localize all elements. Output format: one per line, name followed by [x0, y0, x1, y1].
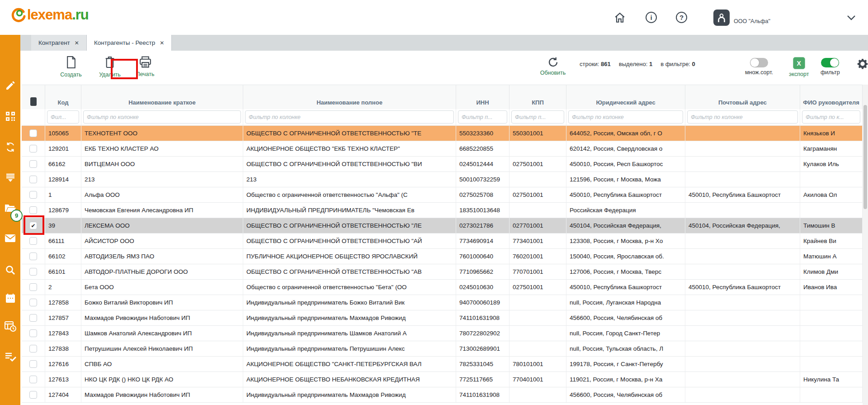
cell-inn: 741101631908: [456, 387, 509, 402]
filter-input-short_name[interactable]: [83, 110, 241, 124]
row-checkbox[interactable]: [29, 329, 37, 337]
cell-postal_address: [685, 126, 800, 141]
table-row[interactable]: 66101АВТОДОР-ПЛАТНЫЕ ДОРОГИ ООООБЩЕСТВО …: [22, 264, 863, 280]
table-row[interactable]: 127843Шамков Анатолий Александрович ИПИн…: [22, 326, 863, 341]
cell-short_name: АВТОДИЗЕЛЬ ЯМЗ ПАО: [81, 249, 243, 264]
sidebar-item-qr-code[interactable]: [0, 111, 20, 124]
create-button[interactable]: Создать: [56, 56, 86, 78]
row-checkbox[interactable]: [29, 145, 37, 152]
cell-legal_address: 119021, Россия, г Москва, р-н Ха: [566, 372, 685, 387]
sidebar-item-calendar[interactable]: [0, 293, 20, 305]
column-header-head_name[interactable]: ФИО руководителя: [800, 85, 863, 109]
sidebar-item-sync[interactable]: [0, 142, 20, 154]
column-header-inn[interactable]: ИНН: [456, 85, 509, 109]
help-button[interactable]: ?: [676, 0, 687, 35]
sidebar-item-report-clock[interactable]: [0, 321, 20, 334]
sidebar-item-search[interactable]: [0, 265, 20, 277]
table-row[interactable]: 127616СПВБ АОАКЦИОНЕРНОЕ ОБЩЕСТВО "САНКТ…: [22, 357, 863, 372]
filter-cell-legal_address: [566, 109, 685, 125]
column-header-postal_address[interactable]: Почтовый адрес: [685, 85, 800, 109]
table-row[interactable]: 66102АВТОДИЗЕЛЬ ЯМЗ ПАОПУБЛИЧНОЕ АКЦИОНЕ…: [22, 249, 863, 264]
tab-1[interactable]: Контрагент ✕: [31, 35, 87, 51]
filter-input-head_name[interactable]: [802, 110, 860, 124]
filter-input-inn[interactable]: [458, 110, 507, 124]
cell-full_name: Общество с ограниченной ответственностью…: [243, 187, 456, 202]
table-row[interactable]: 127858Божко Виталий Викторович ИПИндивид…: [22, 295, 863, 310]
table-row[interactable]: 127404Махмадов Ривожидин Наботович ИПИнд…: [22, 387, 863, 403]
filter-input-full_name[interactable]: [245, 110, 454, 124]
lexema-logo[interactable]: lexema.ru: [10, 6, 89, 24]
table-row[interactable]: 129201ЕКБ ТЕХНО КЛАСТЕР АОАКЦИОНЕРНОЕ ОБ…: [22, 141, 863, 157]
scrollbar-thumb[interactable]: [863, 105, 867, 209]
cell-full_name: 213: [243, 172, 456, 187]
cell-kpp: 773401001: [509, 233, 566, 248]
table-row[interactable]: 127838Петрушишин Алексей Николаевич ИПИн…: [22, 341, 863, 357]
row-checkbox[interactable]: [29, 268, 37, 276]
row-checkbox[interactable]: [29, 391, 37, 399]
row-checkbox[interactable]: [29, 314, 37, 322]
tab-close-icon[interactable]: ✕: [160, 40, 164, 46]
table-row[interactable]: 66162ВИТЦЕМАН ООООБЩЕСТВО С ОГРАНИЧЕННОЙ…: [22, 157, 863, 172]
table-row[interactable]: 2Бета ООООбщество с ограниченной ответст…: [22, 280, 863, 295]
info-button[interactable]: i: [646, 0, 657, 35]
cell-postal_address: [685, 310, 800, 325]
column-header-full_name[interactable]: Наименование полное: [243, 85, 456, 109]
table-row[interactable]: 128679Чемовская Евгения Алесандровна ИПИ…: [22, 203, 863, 218]
sidebar-item-mail[interactable]: [0, 234, 20, 244]
vertical-scrollbar[interactable]: [863, 85, 868, 405]
home-icon: [614, 12, 626, 24]
row-checkbox[interactable]: [29, 345, 37, 353]
row-checkbox[interactable]: [29, 237, 37, 245]
header-collapse[interactable]: [846, 0, 856, 35]
cell-postal_address: 450104, Российская Федерация,: [685, 218, 800, 233]
row-checkbox-cell: [22, 126, 45, 141]
sidebar-item-pencil[interactable]: [0, 80, 20, 93]
row-checkbox[interactable]: [29, 376, 37, 383]
filter-input-code[interactable]: [47, 110, 79, 124]
table-row[interactable]: ✔39ЛЕКСЕМА ООООБЩЕСТВО С ОГРАНИЧЕННОЙ ОТ…: [22, 218, 863, 233]
select-all-header[interactable]: [22, 85, 45, 109]
table-row[interactable]: 1Альфа ООООбщество с ограниченной ответс…: [22, 187, 863, 203]
row-checkbox[interactable]: [29, 253, 37, 260]
multisort-toggle[interactable]: [750, 58, 768, 67]
row-checkbox[interactable]: [29, 176, 37, 183]
sidebar-item-export-tray[interactable]: [0, 172, 20, 185]
row-checkbox[interactable]: [29, 360, 37, 368]
filter-input-kpp[interactable]: [511, 110, 564, 124]
row-checkbox[interactable]: [29, 299, 37, 306]
table-row[interactable]: 127613НКО ЦК РДК () НКО ЦК РДК АОАКЦИОНЕ…: [22, 372, 863, 387]
filter-toggle[interactable]: [821, 58, 839, 67]
cell-full_name: ОБЩЕСТВО С ОГРАНИЧЕННОЙ ОТВЕТСТВЕННОСТЬЮ…: [243, 157, 456, 172]
cell-short_name: Шамков Анатолий Александрович ИП: [81, 326, 243, 341]
filter-input-postal_address[interactable]: [687, 110, 798, 124]
table-row[interactable]: 128914213213500100732259121596, Россия, …: [22, 172, 863, 187]
settings-button[interactable]: [856, 57, 868, 72]
sidebar-item-checklist[interactable]: [0, 352, 20, 363]
column-header-kpp[interactable]: КПП: [509, 85, 566, 109]
table-row[interactable]: 66111АЙСИСТОР ООООБЩЕСТВО С ОГРАНИЧЕННОЙ…: [22, 233, 863, 249]
row-checkbox[interactable]: [29, 206, 37, 214]
row-checkbox[interactable]: [29, 160, 37, 168]
tab-2[interactable]: Контрагенты - Реестр ✕: [87, 35, 172, 51]
cell-code: 66111: [45, 233, 81, 248]
home-button[interactable]: [614, 0, 626, 35]
tab-close-icon[interactable]: ✕: [75, 40, 79, 46]
column-header-code[interactable]: Код: [45, 85, 81, 109]
grid-header-row: КодНаименование краткоеНаименование полн…: [22, 85, 863, 109]
export-group: X экспорт: [789, 57, 809, 77]
cell-code: 66162: [45, 157, 81, 172]
refresh-button[interactable]: Обновить: [538, 56, 568, 76]
row-checkbox[interactable]: [29, 129, 37, 137]
table-row[interactable]: 127857Махмадов Ривожидин Наботович ИПИнд…: [22, 310, 863, 326]
row-checkbox[interactable]: [29, 191, 37, 199]
user-menu[interactable]: ООО "Альфа": [713, 0, 770, 35]
cell-head_name: Каграманян: [800, 141, 863, 156]
column-header-short_name[interactable]: Наименование краткое: [81, 85, 243, 109]
filter-input-legal_address[interactable]: [568, 110, 683, 124]
cell-inn: 0273021786: [456, 218, 509, 233]
column-header-legal_address[interactable]: Юридический адрес: [566, 85, 685, 109]
row-checkbox[interactable]: [29, 283, 37, 291]
excel-export-icon[interactable]: X: [793, 57, 805, 69]
select-all-checkbox[interactable]: [30, 97, 37, 106]
table-row[interactable]: 105065ТЕХНОТЕНТ ООООБЩЕСТВО С ОГРАНИЧЕНН…: [22, 126, 863, 141]
